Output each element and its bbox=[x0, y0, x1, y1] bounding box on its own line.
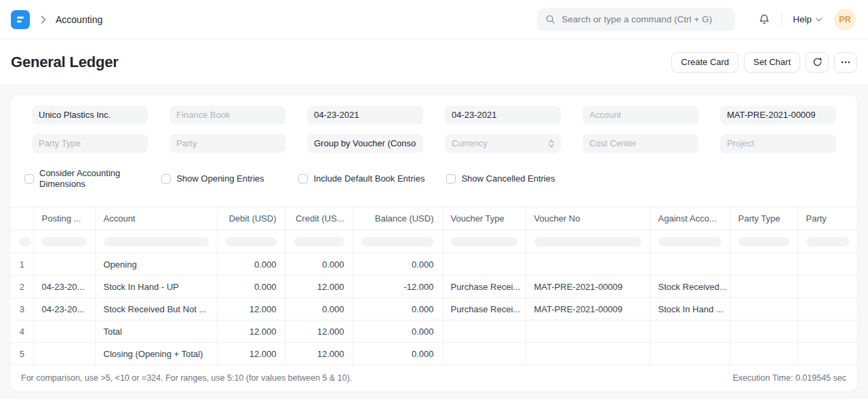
search-input[interactable] bbox=[561, 14, 727, 24]
notifications-bell-icon[interactable] bbox=[758, 13, 770, 26]
filter-cell[interactable] bbox=[797, 230, 857, 253]
erpnext-logo-icon bbox=[15, 14, 26, 25]
filter-group-by[interactable]: Group by Voucher (Consol bbox=[307, 134, 423, 153]
filter-area: Unico Plastics Inc. Finance Book 04-23-2… bbox=[11, 95, 857, 190]
column-header-party-type[interactable]: Party Type bbox=[730, 207, 797, 230]
select-updown-icon bbox=[549, 140, 554, 148]
help-menu[interactable]: Help bbox=[793, 14, 822, 24]
page-title: General Ledger bbox=[11, 54, 119, 71]
checkbox-box[interactable] bbox=[161, 174, 171, 184]
ellipsis-icon bbox=[840, 57, 851, 68]
page-head: General Ledger Create Card Set Chart bbox=[0, 39, 868, 85]
checkbox-show-opening-entries[interactable]: Show Opening Entries bbox=[161, 167, 277, 190]
create-card-button[interactable]: Create Card bbox=[671, 52, 738, 72]
checkbox-box[interactable] bbox=[446, 174, 456, 184]
table-filter-row bbox=[11, 230, 857, 253]
filter-from-date[interactable]: 04-23-2021 bbox=[307, 106, 423, 125]
column-header-debit[interactable]: Debit (USD) bbox=[217, 207, 285, 230]
page-actions: Create Card Set Chart bbox=[671, 52, 857, 72]
refresh-button[interactable] bbox=[806, 52, 829, 72]
table-row[interactable]: 2 04-23-20... Stock In Hand - UP 0.000 1… bbox=[11, 276, 857, 298]
menu-ellipsis-button[interactable] bbox=[834, 52, 857, 72]
filter-cell[interactable] bbox=[11, 230, 33, 253]
filter-account[interactable]: Account bbox=[583, 106, 698, 125]
search-icon bbox=[545, 14, 555, 24]
user-avatar[interactable]: PR bbox=[834, 9, 856, 30]
column-header-voucher-no[interactable]: Voucher No bbox=[526, 207, 650, 230]
navbar: Accounting Help PR bbox=[0, 0, 868, 39]
column-header-credit[interactable]: Credit (US... bbox=[285, 207, 353, 230]
checkbox-box[interactable] bbox=[298, 174, 308, 184]
navbar-right: Help PR bbox=[537, 7, 856, 31]
column-header-voucher-type[interactable]: Voucher Type bbox=[442, 207, 526, 230]
filter-party[interactable]: Party bbox=[170, 134, 285, 153]
breadcrumb-chevron-icon bbox=[41, 16, 46, 24]
chevron-down-icon bbox=[816, 18, 822, 22]
checkbox-consider-accounting-dimensions[interactable]: Consider Accounting Dimensions bbox=[24, 167, 140, 190]
execution-time: Execution Time: 0.019545 sec bbox=[733, 373, 846, 383]
report-card: Unico Plastics Inc. Finance Book 04-23-2… bbox=[11, 95, 857, 392]
filter-cost-center[interactable]: Cost Center bbox=[583, 134, 698, 153]
navbar-divider bbox=[781, 12, 782, 27]
column-header-party[interactable]: Party bbox=[797, 207, 857, 230]
filter-finance-book[interactable]: Finance Book bbox=[170, 106, 285, 125]
refresh-icon bbox=[812, 57, 823, 67]
column-header-posting-date[interactable]: Posting ... bbox=[33, 207, 95, 230]
filter-cell[interactable] bbox=[650, 230, 730, 253]
checkbox-box[interactable] bbox=[24, 174, 34, 184]
table-row[interactable]: 5 Closing (Opening + Total) 12.000 12.00… bbox=[11, 343, 857, 365]
filter-currency-select[interactable]: Currency bbox=[445, 134, 561, 153]
table-row[interactable]: 1 Opening 0.000 0.000 0.000 bbox=[11, 253, 857, 276]
comparison-hint: For comparison, use >5, <10 or =324. For… bbox=[21, 373, 352, 383]
column-header-balance[interactable]: Balance (USD) bbox=[353, 207, 442, 230]
filter-cell[interactable] bbox=[285, 230, 353, 253]
filter-cell[interactable] bbox=[217, 230, 285, 253]
filter-to-date[interactable]: 04-23-2021 bbox=[445, 106, 561, 125]
help-label: Help bbox=[793, 14, 812, 24]
set-chart-button[interactable]: Set Chart bbox=[744, 52, 800, 72]
app-logo[interactable] bbox=[11, 10, 30, 29]
filter-party-type[interactable]: Party Type bbox=[32, 134, 148, 153]
filter-voucher-no[interactable]: MAT-PRE-2021-00009 bbox=[720, 106, 836, 125]
column-header-account[interactable]: Account bbox=[95, 207, 217, 230]
filter-project[interactable]: Project bbox=[720, 134, 836, 153]
filter-cell[interactable] bbox=[526, 230, 650, 253]
card-footer: For comparison, use >5, <10 or =324. For… bbox=[11, 365, 857, 392]
filter-cell[interactable] bbox=[353, 230, 442, 253]
column-header-index bbox=[11, 207, 33, 230]
breadcrumb[interactable]: Accounting bbox=[56, 14, 102, 25]
table-row[interactable]: 3 04-23-20... Stock Received But Not ...… bbox=[11, 298, 857, 320]
table-header-row: Posting ... Account Debit (USD) Credit (… bbox=[11, 207, 857, 230]
report-datatable: Posting ... Account Debit (USD) Credit (… bbox=[11, 207, 857, 365]
filter-cell[interactable] bbox=[442, 230, 526, 253]
column-header-against-account[interactable]: Against Acco... bbox=[650, 207, 730, 230]
table-row[interactable]: 4 Total 12.000 12.000 0.000 bbox=[11, 320, 857, 343]
filter-cell[interactable] bbox=[730, 230, 797, 253]
checkbox-row: Consider Accounting Dimensions Show Open… bbox=[24, 167, 836, 190]
filter-cell[interactable] bbox=[33, 230, 95, 253]
global-search[interactable] bbox=[537, 7, 735, 31]
filter-cell[interactable] bbox=[95, 230, 217, 253]
filter-grid: Unico Plastics Inc. Finance Book 04-23-2… bbox=[32, 106, 836, 153]
filter-company[interactable]: Unico Plastics Inc. bbox=[32, 106, 148, 125]
checkbox-include-default-book-entries[interactable]: Include Default Book Entries bbox=[298, 167, 425, 190]
checkbox-show-cancelled-entries[interactable]: Show Cancelled Entries bbox=[446, 167, 561, 190]
